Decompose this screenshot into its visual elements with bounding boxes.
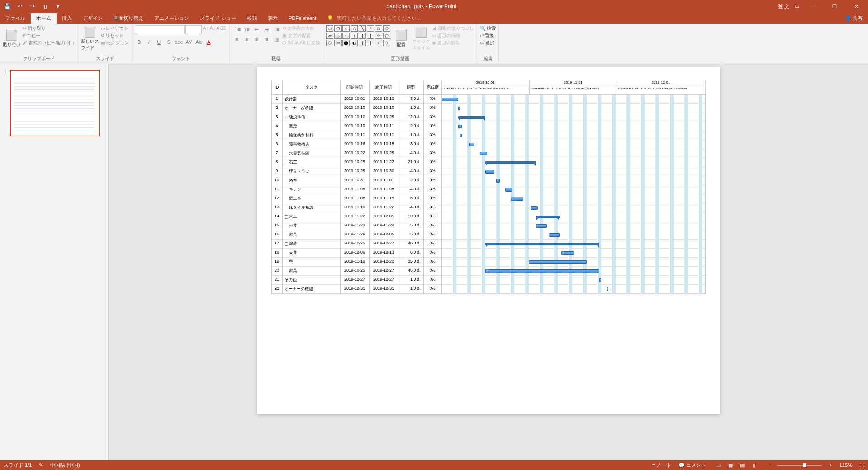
align-text-button[interactable]: ▣ 文字の配置 bbox=[282, 33, 320, 39]
slide-editor[interactable]: ID タスク 開始時間 終了時間 期間 完成度 2019-10-012019-1… bbox=[109, 64, 868, 462]
indent-dec-icon[interactable]: ⇤ bbox=[252, 25, 261, 33]
select-button[interactable]: ▭ 選択 bbox=[480, 40, 496, 46]
gantt-task-bar[interactable] bbox=[607, 287, 608, 291]
gantt-summary-bar[interactable] bbox=[536, 216, 560, 218]
shape-fill-button[interactable]: ◢ 図形の塗りつぶし bbox=[432, 25, 474, 32]
close-icon[interactable]: ✕ bbox=[846, 0, 866, 13]
spellcheck-icon[interactable]: ✎ bbox=[39, 462, 43, 468]
gantt-task-bar[interactable] bbox=[531, 206, 538, 210]
font-color-icon[interactable]: A bbox=[204, 38, 213, 46]
copy-button[interactable]: ⎘ コピー bbox=[23, 33, 75, 39]
tab-file[interactable]: ファイル bbox=[0, 13, 31, 24]
increase-font-icon[interactable]: A↑ bbox=[203, 25, 209, 34]
normal-view-icon[interactable]: ▭ bbox=[713, 461, 724, 469]
replace-button[interactable]: ⇄ 置換 bbox=[480, 33, 496, 39]
zoom-out-icon[interactable]: − bbox=[767, 462, 769, 468]
ribbon-options-icon[interactable]: ▭ bbox=[795, 4, 799, 9]
align-left-icon[interactable]: ≡ bbox=[232, 35, 241, 43]
zoom-in-icon[interactable]: + bbox=[829, 462, 832, 468]
collapse-icon[interactable]: - bbox=[285, 242, 288, 246]
decrease-font-icon[interactable]: A↓ bbox=[209, 25, 215, 34]
notes-button[interactable]: ≡ ノート bbox=[652, 462, 671, 469]
align-right-icon[interactable]: ≡ bbox=[252, 35, 261, 43]
gantt-task-bar[interactable] bbox=[480, 152, 487, 155]
redo-icon[interactable]: ↷ bbox=[29, 3, 36, 10]
find-button[interactable]: 🔍 検索 bbox=[480, 25, 496, 32]
language-label[interactable]: 中国語 (中国) bbox=[50, 462, 80, 469]
tell-me-input[interactable]: 実行したい作業を入力してください... bbox=[337, 15, 421, 22]
gantt-task-bar[interactable] bbox=[511, 197, 523, 201]
gantt-task-bar[interactable] bbox=[485, 269, 599, 273]
collapse-icon[interactable]: - bbox=[285, 161, 288, 164]
line-spacing-icon[interactable]: ↕≡ bbox=[272, 25, 280, 33]
tab-view[interactable]: 表示 bbox=[262, 13, 283, 24]
italic-icon[interactable]: I bbox=[145, 38, 153, 46]
save-icon[interactable]: 💾 bbox=[4, 3, 11, 10]
gantt-summary-bar[interactable] bbox=[458, 116, 485, 119]
maximize-icon[interactable]: ❐ bbox=[825, 0, 844, 13]
gantt-task-bar[interactable] bbox=[529, 260, 587, 264]
quick-styles-button[interactable]: クイックスタイル bbox=[412, 25, 430, 52]
gantt-task-bar[interactable] bbox=[599, 278, 601, 282]
numbering-icon[interactable]: 1≡ bbox=[242, 25, 251, 33]
reading-view-icon[interactable]: ▤ bbox=[737, 461, 748, 469]
bold-icon[interactable]: B bbox=[135, 38, 143, 46]
slide-counter[interactable]: スライド 1/1 bbox=[4, 462, 32, 469]
smartart-button[interactable]: ⬡ SmartArt に変換 bbox=[282, 40, 320, 46]
shape-effects-button[interactable]: ◉ 図形の効果 bbox=[432, 40, 474, 46]
slideshow-icon[interactable]: ▯ bbox=[42, 3, 49, 10]
slide-thumbnail-1[interactable] bbox=[10, 70, 100, 136]
more-icon[interactable]: ▾ bbox=[54, 3, 62, 10]
gantt-summary-bar[interactable] bbox=[485, 243, 599, 245]
tab-home[interactable]: ホーム bbox=[31, 13, 57, 24]
account-label[interactable]: 登 文 bbox=[778, 3, 789, 10]
case-icon[interactable]: Aa bbox=[194, 38, 203, 46]
font-family-select[interactable] bbox=[135, 25, 185, 34]
minimize-icon[interactable]: — bbox=[803, 0, 823, 13]
slideshow-view-icon[interactable]: ▯ bbox=[749, 461, 759, 469]
shadow-icon[interactable]: abc bbox=[175, 38, 183, 46]
indent-inc-icon[interactable]: ⇥ bbox=[262, 25, 270, 33]
tab-review[interactable]: 校閲 bbox=[242, 13, 262, 24]
spacing-icon[interactable]: AV bbox=[185, 38, 193, 46]
tab-transitions[interactable]: 画面切り替え bbox=[108, 13, 149, 24]
tab-animations[interactable]: アニメーション bbox=[149, 13, 194, 24]
sorter-view-icon[interactable]: ▦ bbox=[725, 461, 736, 469]
gantt-task-bar[interactable] bbox=[442, 98, 458, 101]
fit-to-window-icon[interactable]: ⛶ bbox=[859, 462, 864, 468]
new-slide-button[interactable]: 新しいスライド bbox=[81, 25, 99, 52]
gantt-task-bar[interactable] bbox=[505, 188, 512, 192]
gantt-task-bar[interactable] bbox=[561, 251, 574, 255]
tab-insert[interactable]: 挿入 bbox=[57, 13, 77, 24]
columns-icon[interactable]: ▥ bbox=[272, 35, 280, 43]
justify-icon[interactable]: ≡ bbox=[262, 35, 270, 43]
format-painter-button[interactable]: 🖌 書式のコピー/貼り付け bbox=[23, 40, 75, 46]
text-direction-button[interactable]: ⟲ 文字列の方向 bbox=[282, 25, 320, 32]
gantt-summary-bar[interactable] bbox=[485, 161, 536, 164]
collapse-icon[interactable]: - bbox=[285, 116, 288, 119]
gantt-task-bar[interactable] bbox=[496, 179, 500, 183]
font-size-select[interactable] bbox=[185, 25, 202, 34]
gantt-task-bar[interactable] bbox=[460, 134, 462, 137]
gantt-task-bar[interactable] bbox=[485, 170, 494, 174]
tab-pdfelement[interactable]: PDFelement bbox=[283, 14, 322, 23]
paste-button[interactable]: 貼り付け bbox=[3, 25, 21, 52]
gantt-task-bar[interactable] bbox=[458, 125, 462, 128]
zoom-level[interactable]: 115% bbox=[840, 462, 852, 468]
strike-icon[interactable]: S bbox=[165, 38, 173, 46]
gantt-task-bar[interactable] bbox=[549, 233, 560, 237]
arrange-button[interactable]: 配置 bbox=[392, 25, 410, 52]
layout-button[interactable]: ▭ レイアウト bbox=[101, 25, 129, 32]
shapes-gallery[interactable]: ▭▢○△╲↗⬠⬡ ▱◇↔↕{}☆⬠ ⬡▭⬤◐{}() bbox=[326, 25, 390, 46]
gantt-task-bar[interactable] bbox=[536, 224, 547, 228]
thumbnail-pane[interactable]: 1 bbox=[0, 64, 109, 462]
tab-design[interactable]: デザイン bbox=[77, 13, 108, 24]
clear-format-icon[interactable]: A⌫ bbox=[216, 25, 227, 34]
shape-outline-button[interactable]: ▭ 図形の枠線 bbox=[432, 33, 474, 39]
cut-button[interactable]: ✂ 切り取り bbox=[23, 25, 75, 32]
undo-icon[interactable]: ↶ bbox=[16, 3, 24, 10]
align-center-icon[interactable]: ≡ bbox=[242, 35, 251, 43]
comments-button[interactable]: 💬 コメント bbox=[678, 462, 706, 469]
zoom-slider[interactable] bbox=[777, 465, 822, 466]
bullets-icon[interactable]: ⋮≡ bbox=[232, 25, 241, 33]
